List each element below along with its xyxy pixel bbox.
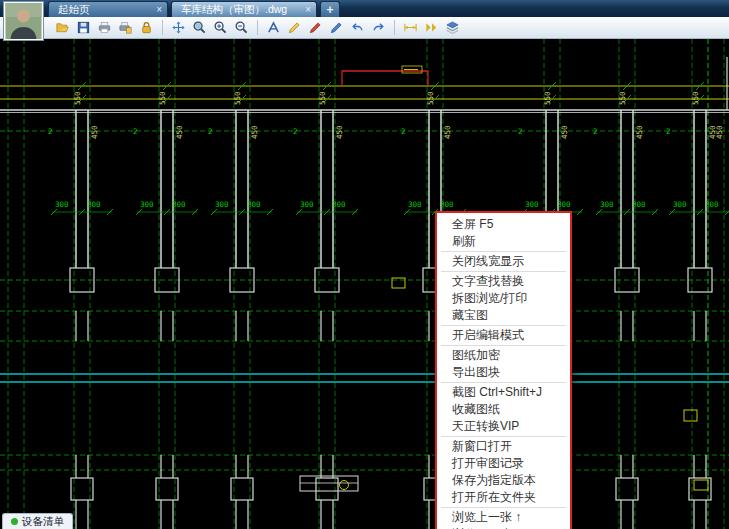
- menu-separator: [441, 436, 566, 437]
- svg-text:450: 450: [560, 125, 569, 139]
- menu-item[interactable]: 关闭线宽显示: [437, 253, 570, 270]
- svg-text:300: 300: [705, 200, 719, 209]
- tab-label: 车库结构（审图）.dwg: [181, 3, 287, 17]
- menu-separator: [441, 325, 566, 326]
- menu-item[interactable]: 天正转换VIP: [437, 418, 570, 435]
- device-list-tab[interactable]: 设备清单: [2, 513, 73, 529]
- svg-text:300: 300: [172, 200, 186, 209]
- menu-item[interactable]: 藏宝图: [437, 307, 570, 324]
- menu-item[interactable]: 打开审图记录: [437, 455, 570, 472]
- batch-print-icon[interactable]: [116, 19, 135, 37]
- svg-text:550: 550: [543, 91, 552, 105]
- pan-icon[interactable]: [169, 19, 188, 37]
- save-icon[interactable]: [74, 19, 93, 37]
- menu-item[interactable]: 截图 Ctrl+Shift+J: [437, 384, 570, 401]
- zoom-in-icon[interactable]: [211, 19, 230, 37]
- svg-text:300: 300: [600, 200, 614, 209]
- svg-text:300: 300: [525, 200, 539, 209]
- new-tab-button[interactable]: +: [320, 1, 340, 17]
- svg-text:300: 300: [87, 200, 101, 209]
- redo-icon[interactable]: [369, 19, 388, 37]
- toolbar-separator: [257, 20, 258, 35]
- svg-text:550: 550: [158, 91, 167, 105]
- zoom-out-icon[interactable]: [232, 19, 251, 37]
- menu-item[interactable]: 拆图浏览/打印: [437, 290, 570, 307]
- close-icon[interactable]: ×: [305, 5, 311, 15]
- avatar-photo: [5, 3, 42, 39]
- device-list-label: 设备清单: [22, 515, 64, 529]
- lock-icon[interactable]: [137, 19, 156, 37]
- menu-separator: [441, 251, 566, 252]
- svg-text:2: 2: [666, 127, 671, 136]
- svg-text:300: 300: [300, 200, 314, 209]
- context-menu: 全屏 F5刷新关闭线宽显示文字查找替换拆图浏览/打印藏宝图开启编辑模式图纸加密导…: [435, 211, 572, 529]
- red-pen-icon[interactable]: [306, 19, 325, 37]
- toolbar: [0, 17, 729, 39]
- svg-text:550: 550: [233, 91, 242, 105]
- close-icon[interactable]: ×: [156, 5, 162, 15]
- svg-text:450: 450: [635, 125, 644, 139]
- menu-item[interactable]: 保存为指定版本: [437, 472, 570, 489]
- dimension-icon[interactable]: [401, 19, 420, 37]
- svg-text:450: 450: [175, 125, 184, 139]
- svg-text:2: 2: [401, 127, 406, 136]
- menu-item[interactable]: 文字查找替换: [437, 273, 570, 290]
- tab-strip: 起始页×车库结构（审图）.dwg×+: [48, 1, 343, 17]
- menu-item[interactable]: 导出图块: [437, 364, 570, 381]
- menu-item[interactable]: 收藏图纸: [437, 401, 570, 418]
- menu-separator: [441, 507, 566, 508]
- menu-separator: [441, 382, 566, 383]
- svg-text:550: 550: [318, 91, 327, 105]
- menu-item[interactable]: 打开所在文件夹: [437, 489, 570, 506]
- svg-text:450: 450: [250, 125, 259, 139]
- svg-text:300: 300: [55, 200, 69, 209]
- document-tab[interactable]: 起始页×: [48, 1, 168, 17]
- print-icon[interactable]: [95, 19, 114, 37]
- zoom-window-icon[interactable]: [190, 19, 209, 37]
- menu-item[interactable]: 图纸加密: [437, 347, 570, 364]
- svg-text:550: 550: [426, 91, 435, 105]
- svg-text:550: 550: [618, 91, 627, 105]
- svg-text:300: 300: [140, 200, 154, 209]
- svg-text:300: 300: [332, 200, 346, 209]
- menu-item[interactable]: 全屏 F5: [437, 216, 570, 233]
- measure-icon[interactable]: [422, 19, 441, 37]
- svg-text:450: 450: [335, 125, 344, 139]
- menu-separator: [441, 345, 566, 346]
- open-icon[interactable]: [53, 19, 72, 37]
- cad-canvas[interactable]: 5504502300300550450230030055045023003005…: [0, 39, 729, 529]
- undo-icon[interactable]: [348, 19, 367, 37]
- cad-drawing: 5504502300300550450230030055045023003005…: [0, 39, 729, 529]
- user-avatar[interactable]: [3, 1, 44, 41]
- menu-item[interactable]: 浏览上一张 ↑: [437, 509, 570, 526]
- svg-text:300: 300: [247, 200, 261, 209]
- layers-icon[interactable]: [443, 19, 462, 37]
- svg-text:2: 2: [48, 127, 53, 136]
- menu-item[interactable]: 开启编辑模式: [437, 327, 570, 344]
- menu-item[interactable]: 新窗口打开: [437, 438, 570, 455]
- menu-item[interactable]: 刷新: [437, 233, 570, 250]
- menu-separator: [441, 271, 566, 272]
- tab-label: 起始页: [58, 3, 90, 17]
- svg-text:2: 2: [518, 127, 523, 136]
- toolbar-separator: [394, 20, 395, 35]
- app-window: 起始页×车库结构（审图）.dwg×+ 550450230030055045023…: [0, 0, 729, 529]
- svg-text:2: 2: [293, 127, 298, 136]
- svg-text:300: 300: [632, 200, 646, 209]
- document-tab[interactable]: 车库结构（审图）.dwg×: [171, 1, 317, 17]
- tab-bar: 起始页×车库结构（审图）.dwg×+: [0, 0, 729, 17]
- svg-text:300: 300: [408, 200, 422, 209]
- pencil-icon[interactable]: [285, 19, 304, 37]
- svg-text:550: 550: [73, 91, 82, 105]
- blue-pen-icon[interactable]: [327, 19, 346, 37]
- svg-text:2: 2: [208, 127, 213, 136]
- svg-text:2: 2: [593, 127, 598, 136]
- svg-text:300: 300: [557, 200, 571, 209]
- svg-text:450: 450: [90, 125, 99, 139]
- green-dot-icon: [11, 518, 18, 525]
- text-icon[interactable]: [264, 19, 283, 37]
- svg-text:450: 450: [443, 125, 452, 139]
- svg-text:2: 2: [133, 127, 138, 136]
- svg-text:550: 550: [691, 91, 700, 105]
- svg-text:300: 300: [215, 200, 229, 209]
